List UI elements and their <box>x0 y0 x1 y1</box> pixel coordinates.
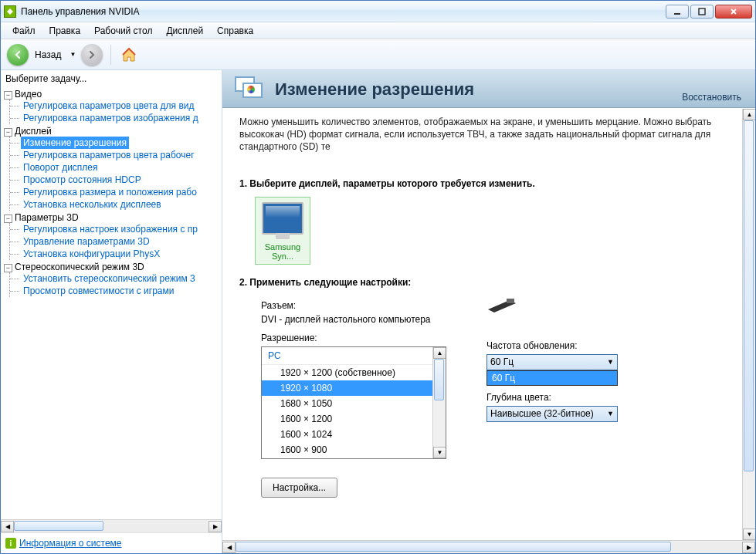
tree-category[interactable]: Видео <box>15 89 42 100</box>
tree-item[interactable]: Регулировка настроек изображения с пр <box>21 223 200 235</box>
resolution-option[interactable]: 1920 × 1080 <box>262 380 446 396</box>
titlebar[interactable]: Панель управления NVIDIA <box>1 1 755 22</box>
scroll-right-button[interactable]: ▶ <box>742 542 755 553</box>
monitor-icon <box>262 202 303 235</box>
resolution-option[interactable]: 1440 × 900 <box>262 458 446 459</box>
resolution-option[interactable]: 1600 × 1024 <box>262 427 446 442</box>
tree-toggle[interactable]: − <box>4 128 12 137</box>
refresh-dropdown[interactable]: 60 Гц <box>486 370 618 386</box>
svg-rect-1 <box>699 8 705 15</box>
chevron-down-icon: ▼ <box>607 410 614 417</box>
resolution-vscrollbar[interactable]: ▲ ▼ <box>432 347 446 458</box>
sidebar: Выберите задачу... −ВидеоРегулировка пар… <box>1 70 222 553</box>
scroll-thumb-v[interactable] <box>434 359 444 401</box>
menu-display[interactable]: Дисплей <box>159 24 210 38</box>
resolution-option[interactable]: 1920 × 1200 (собственное) <box>262 365 446 380</box>
resolution-label: Разрешение: <box>261 333 448 343</box>
tree-item[interactable]: Поворот дисплея <box>21 161 100 174</box>
scroll-right-button[interactable]: ▶ <box>208 521 222 532</box>
sidebar-footer: i Информация о системе <box>1 532 222 553</box>
back-button[interactable] <box>7 44 29 66</box>
connector-value: DVI - дисплей настольного компьютера <box>261 314 448 325</box>
scroll-down-button[interactable]: ▼ <box>433 447 446 458</box>
scroll-left-button[interactable]: ◀ <box>1 521 14 532</box>
resolution-group: PC <box>262 347 446 365</box>
resolution-listbox[interactable]: PC1920 × 1200 (собственное)1920 × 108016… <box>261 346 446 459</box>
home-button[interactable] <box>119 45 139 65</box>
connector-label: Разъем: <box>261 300 448 311</box>
refresh-combobox[interactable]: 60 Гц ▼ 60 Гц <box>486 354 618 370</box>
connector-icon <box>486 296 517 316</box>
tree-item[interactable]: Установка конфигурации PhysX <box>21 248 162 260</box>
refresh-value: 60 Гц <box>490 356 514 367</box>
resolution-icon <box>235 76 266 103</box>
scroll-thumb-v[interactable] <box>744 120 754 471</box>
customize-button[interactable]: Настройка... <box>261 478 337 498</box>
task-tree[interactable]: −ВидеоРегулировка параметров цвета для в… <box>1 87 222 519</box>
tree-category[interactable]: Дисплей <box>15 126 52 137</box>
tree-category[interactable]: Параметры 3D <box>15 212 79 223</box>
main-panel: Изменение разрешения Восстановить Можно … <box>222 70 755 553</box>
chevron-down-icon: ▼ <box>607 358 614 366</box>
tree-item[interactable]: Установка нескольких дисплеев <box>21 198 164 211</box>
scroll-down-button[interactable]: ▼ <box>743 529 755 540</box>
menu-help[interactable]: Справка <box>210 24 260 38</box>
maximize-button[interactable] <box>690 5 714 19</box>
scroll-up-button[interactable]: ▲ <box>743 109 755 120</box>
main-hscrollbar[interactable]: ◀ ▶ <box>222 540 755 553</box>
tree-item[interactable]: Регулировка параметров изображения д <box>21 112 201 124</box>
menu-file[interactable]: Файл <box>5 24 42 38</box>
resolution-option[interactable]: 1600 × 1200 <box>262 411 446 427</box>
info-icon: i <box>5 538 16 549</box>
tree-item[interactable]: Регулировка параметров цвета для вид <box>21 100 196 112</box>
step2-title: 2. Применить следующие настройки: <box>239 277 738 288</box>
scroll-left-button[interactable]: ◀ <box>222 542 236 553</box>
tree-toggle[interactable]: − <box>4 91 12 100</box>
depth-label: Глубина цвета: <box>486 392 641 403</box>
tree-toggle[interactable]: − <box>4 264 12 272</box>
resolution-option[interactable]: 1600 × 900 <box>262 442 446 458</box>
back-dropdown[interactable]: ▼ <box>67 51 78 58</box>
tree-item[interactable]: Регулировка параметров цвета рабочег <box>21 149 197 161</box>
display-name: Samsung Syn... <box>259 242 307 261</box>
toolbar-separator <box>110 45 111 65</box>
minimize-button[interactable] <box>666 5 689 19</box>
app-window: Панель управления NVIDIA Файл Правка Раб… <box>0 0 756 554</box>
sidebar-hscrollbar[interactable]: ◀ ▶ <box>1 519 222 532</box>
system-info-link[interactable]: Информация о системе <box>19 538 121 549</box>
tree-category[interactable]: Стереоскопический режим 3D <box>15 262 144 272</box>
menubar: Файл Правка Рабочий стол Дисплей Справка <box>1 22 755 39</box>
window-title: Панель управления NVIDIA <box>21 6 666 17</box>
scroll-track[interactable] <box>14 521 208 532</box>
menu-edit[interactable]: Правка <box>42 24 88 38</box>
scroll-up-button[interactable]: ▲ <box>433 347 446 359</box>
tree-toggle[interactable]: − <box>4 215 12 223</box>
depth-combobox[interactable]: Наивысшее (32-битное) ▼ <box>486 406 618 422</box>
tree-item[interactable]: Просмотр совместимости с играми <box>21 285 176 297</box>
scroll-thumb[interactable] <box>14 521 103 531</box>
forward-button[interactable] <box>81 44 103 66</box>
step1-title: 1. Выберите дисплей, параметры которого … <box>239 178 738 189</box>
scroll-track[interactable] <box>236 542 742 553</box>
page-description: Можно уменьшить количество элементов, от… <box>222 108 755 161</box>
sidebar-title: Выберите задачу... <box>1 70 222 87</box>
display-item[interactable]: Samsung Syn... <box>255 197 310 265</box>
main-vscrollbar[interactable]: ▲ ▼ <box>742 109 755 540</box>
tree-item[interactable]: Регулировка размера и положения рабо <box>21 186 199 198</box>
nvidia-icon <box>4 5 16 18</box>
tree-item[interactable]: Просмотр состояния HDCP <box>21 174 144 186</box>
depth-value: Наивысшее (32-битное) <box>490 408 594 419</box>
restore-link[interactable]: Восстановить <box>682 92 741 103</box>
tree-item[interactable]: Установить стереоскопический режим 3 <box>21 272 198 285</box>
close-button[interactable] <box>715 5 752 19</box>
scroll-thumb[interactable] <box>236 542 671 552</box>
page-title: Изменение разрешения <box>275 79 474 100</box>
scroll-track-v[interactable] <box>743 120 755 529</box>
svg-rect-0 <box>674 13 680 15</box>
tree-item[interactable]: Изменение разрешения <box>21 137 129 149</box>
tree-item[interactable]: Управление параметрами 3D <box>21 235 152 248</box>
menu-desktop[interactable]: Рабочий стол <box>87 24 159 38</box>
scroll-track-v[interactable] <box>433 359 446 447</box>
resolution-option[interactable]: 1680 × 1050 <box>262 396 446 411</box>
refresh-option[interactable]: 60 Гц <box>487 371 617 385</box>
